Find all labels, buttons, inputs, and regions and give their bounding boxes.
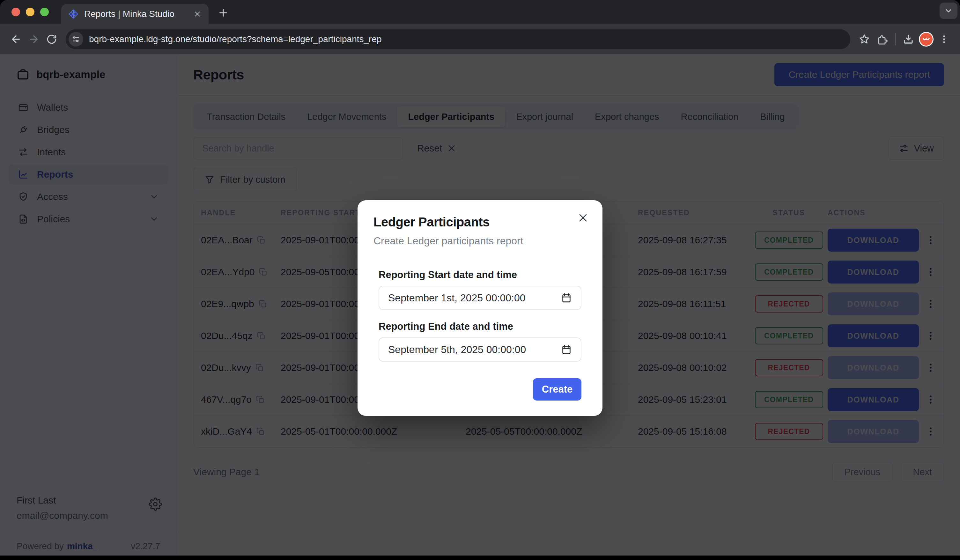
browser-tab[interactable]: Reports | Minka Studio bbox=[61, 4, 209, 24]
url-bar[interactable]: bqrb-example.ldg-stg.one/studio/reports?… bbox=[66, 29, 850, 49]
profile-avatar[interactable] bbox=[917, 30, 935, 48]
browser-toolbar: bqrb-example.ldg-stg.one/studio/reports?… bbox=[0, 24, 960, 54]
reporting-start-value: September 1st, 2025 00:00:00 bbox=[388, 292, 526, 304]
toolbar-separator bbox=[895, 33, 896, 45]
reporting-end-label: Reporting End date and time bbox=[379, 321, 581, 332]
modal-title: Ledger Participants bbox=[373, 215, 587, 229]
modal-subtitle: Create Ledger participants report bbox=[373, 235, 587, 247]
modal-form: Reporting Start date and time September … bbox=[379, 269, 581, 362]
url-text: bqrb-example.ldg-stg.one/studio/reports?… bbox=[89, 34, 382, 44]
tab-search-button[interactable] bbox=[939, 3, 957, 19]
downloads-icon[interactable] bbox=[899, 30, 917, 48]
tab-close-icon[interactable] bbox=[193, 10, 202, 18]
bookmark-star-icon[interactable] bbox=[855, 30, 873, 48]
reload-button[interactable] bbox=[43, 30, 61, 48]
browser-tab-strip: Reports | Minka Studio bbox=[0, 0, 960, 24]
tab-title: Reports | Minka Studio bbox=[84, 9, 193, 19]
window-controls bbox=[11, 8, 49, 16]
close-window-button[interactable] bbox=[11, 8, 20, 16]
screen-bottom-strip bbox=[0, 555, 960, 560]
browser-window: Reports | Minka Studio bqrb-example.ldg-… bbox=[0, 0, 960, 560]
page-content: bqrb-example Wallets Bridges bbox=[0, 54, 960, 560]
extensions-icon[interactable] bbox=[873, 30, 891, 48]
site-info-icon[interactable] bbox=[69, 32, 83, 46]
reporting-end-value: September 5th, 2025 00:00:00 bbox=[388, 344, 526, 355]
reporting-start-input[interactable]: September 1st, 2025 00:00:00 bbox=[379, 286, 581, 310]
modal-close-icon[interactable] bbox=[578, 213, 589, 223]
calendar-icon[interactable] bbox=[561, 344, 572, 355]
calendar-icon[interactable] bbox=[561, 293, 572, 303]
ledger-participants-modal: Ledger Participants Create Ledger partic… bbox=[358, 200, 602, 416]
modal-create-button[interactable]: Create bbox=[533, 378, 581, 400]
reporting-end-input[interactable]: September 5th, 2025 00:00:00 bbox=[379, 338, 581, 362]
zoom-window-button[interactable] bbox=[40, 8, 49, 16]
minimize-window-button[interactable] bbox=[26, 8, 34, 16]
new-tab-button[interactable] bbox=[218, 7, 229, 19]
browser-menu-icon[interactable] bbox=[935, 30, 953, 48]
forward-button[interactable] bbox=[25, 30, 43, 48]
minka-favicon-icon bbox=[68, 9, 78, 19]
back-button[interactable] bbox=[7, 30, 25, 48]
reporting-start-label: Reporting Start date and time bbox=[379, 269, 581, 281]
